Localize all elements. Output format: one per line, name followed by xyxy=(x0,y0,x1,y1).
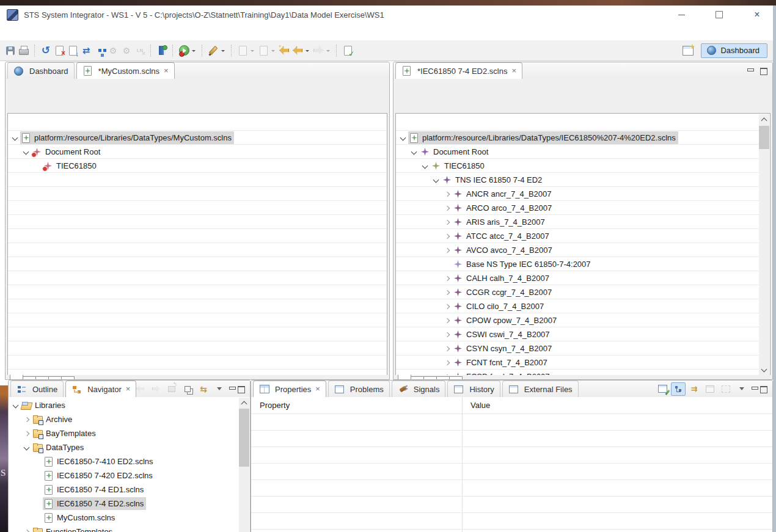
tree-item[interactable]: MyCustom.sclns xyxy=(9,511,239,525)
dashboard-perspective-button[interactable]: Dashboard xyxy=(701,43,767,58)
expander-icon[interactable] xyxy=(442,358,452,368)
expander-icon[interactable] xyxy=(442,302,452,312)
filter-icon[interactable] xyxy=(687,382,701,396)
scrollbar-thumb[interactable] xyxy=(239,409,249,467)
view-maximize-icon[interactable] xyxy=(238,386,245,392)
navigator-scrollbar[interactable] xyxy=(239,398,249,532)
expander-icon[interactable] xyxy=(10,133,20,143)
tree-item[interactable]: ARCO arco_7_4_B2007 xyxy=(396,201,760,215)
maximize-button[interactable] xyxy=(700,5,738,24)
expander-icon[interactable] xyxy=(11,401,21,410)
tree-item[interactable]: Base NS Type IEC 61850-7-4:2007 xyxy=(396,257,760,271)
back-icon[interactable] xyxy=(291,45,304,57)
tree-item[interactable]: CCGR ccgr_7_4_B2007 xyxy=(396,285,760,299)
validate-icon[interactable] xyxy=(342,45,354,57)
view-tab[interactable]: External Files xyxy=(502,381,579,397)
tree-item[interactable]: Document Root xyxy=(396,145,760,159)
expander-icon[interactable] xyxy=(22,429,32,439)
tab-close-icon[interactable]: × xyxy=(126,386,131,392)
scroll-down-icon[interactable] xyxy=(759,365,769,375)
tree-item[interactable]: FunctionTemplates xyxy=(9,525,239,532)
menu-item[interactable] xyxy=(82,31,89,34)
run-icon[interactable] xyxy=(178,45,190,57)
tree-item[interactable]: ANCR ancr_7_4_B2007 xyxy=(396,187,760,201)
expander-icon[interactable] xyxy=(431,175,441,185)
close-button[interactable]: × xyxy=(738,5,776,24)
right-editor-scrollbar[interactable] xyxy=(759,114,769,375)
tree-item[interactable]: Archive xyxy=(9,412,239,426)
expander-icon[interactable] xyxy=(33,485,43,495)
sync-model-icon[interactable] xyxy=(80,45,92,57)
collapse-icon[interactable] xyxy=(180,382,195,396)
editor-tab[interactable]: *IEC61850 7-4 ED2.sclns × xyxy=(395,62,522,79)
view-minimize-icon[interactable] xyxy=(751,386,758,392)
view-tab[interactable]: Properties × xyxy=(253,381,326,397)
expander-icon[interactable] xyxy=(442,316,452,326)
menu-item[interactable] xyxy=(9,31,15,34)
back-dropdown-icon[interactable] xyxy=(304,45,310,56)
tree-item[interactable]: TNS IEC 61850 7-4 ED2 xyxy=(396,173,760,187)
tree-item[interactable]: platform:/resource/Libraries/DataTypes/I… xyxy=(396,131,760,145)
edit-icon[interactable] xyxy=(655,382,670,396)
menu-item[interactable] xyxy=(23,31,30,34)
run-dropdown-icon[interactable] xyxy=(191,45,197,56)
menu-item[interactable] xyxy=(38,31,45,34)
view-maximize-icon[interactable] xyxy=(760,386,767,392)
menu-item[interactable] xyxy=(53,31,59,34)
menu-item[interactable] xyxy=(126,31,133,34)
expander-icon[interactable] xyxy=(33,499,43,509)
expander-icon[interactable] xyxy=(22,415,32,425)
update-dropdown-icon[interactable] xyxy=(270,45,276,56)
expander-icon[interactable] xyxy=(409,147,419,157)
tree-item[interactable]: ARIS aris_7_4_B2007 xyxy=(396,215,760,229)
tree-item[interactable]: IEC61850 7-4 ED2.sclns xyxy=(9,497,239,511)
expander-icon[interactable] xyxy=(442,330,452,340)
view-tab[interactable]: Signals xyxy=(392,381,446,397)
expander-icon[interactable] xyxy=(442,203,452,213)
scroll-up-icon[interactable] xyxy=(239,398,249,408)
tree-icon[interactable] xyxy=(671,382,686,396)
expander-icon[interactable] xyxy=(442,231,452,241)
editor-tab[interactable]: Dashboard xyxy=(7,62,75,79)
undo-icon[interactable] xyxy=(40,45,52,57)
expander-icon[interactable] xyxy=(442,246,452,255)
menu-item[interactable] xyxy=(111,31,118,34)
tree-item[interactable]: TIEC61850 xyxy=(8,159,387,173)
tree-item[interactable]: IEC61850 7-4 ED1.sclns xyxy=(9,483,239,497)
tree-item[interactable]: IEC61850-7-410 ED2.sclns xyxy=(9,454,239,468)
expander-icon[interactable] xyxy=(33,513,43,523)
expander-icon[interactable] xyxy=(21,147,31,157)
save-icon[interactable] xyxy=(4,45,16,57)
editor-page-tab[interactable] xyxy=(10,374,23,380)
menu-item[interactable] xyxy=(67,31,74,34)
view-minimize-icon[interactable] xyxy=(747,68,754,74)
pen-dropdown-icon[interactable] xyxy=(220,45,226,56)
tab-close-icon[interactable]: × xyxy=(315,386,320,392)
node-map-icon[interactable] xyxy=(93,45,106,57)
tree-item[interactable]: CSWI cswi_7_4_B2007 xyxy=(396,327,760,341)
expander-icon[interactable] xyxy=(442,288,452,297)
tree-item[interactable]: Libraries xyxy=(9,398,239,412)
expander-icon[interactable] xyxy=(442,344,452,354)
tab-close-icon[interactable]: × xyxy=(511,68,516,74)
tree-item[interactable]: BayTemplates xyxy=(9,426,239,440)
forward-dropdown-icon[interactable] xyxy=(325,45,331,56)
expander-icon[interactable] xyxy=(398,133,408,143)
open-perspective-button[interactable] xyxy=(681,44,695,57)
tree-item[interactable]: ATCC atcc_7_4_B2007 xyxy=(396,229,760,243)
back-new-icon[interactable] xyxy=(278,45,290,57)
editor-page-tab[interactable] xyxy=(398,374,411,380)
column-header-property[interactable]: Property xyxy=(251,401,462,410)
tree-item[interactable]: TIEC61850 xyxy=(396,159,760,173)
expander-icon[interactable] xyxy=(33,457,43,467)
menu-icon[interactable] xyxy=(212,382,227,396)
editor-tab[interactable]: *MyCustom.sclns × xyxy=(76,62,175,79)
view-maximize-icon[interactable] xyxy=(760,68,767,74)
expander-icon[interactable] xyxy=(442,189,452,199)
view-tab[interactable]: History xyxy=(447,381,500,397)
tree-item[interactable]: Document Root xyxy=(8,145,387,159)
scrollbar-thumb[interactable] xyxy=(759,126,769,149)
expander-icon[interactable] xyxy=(442,260,452,269)
tree-item[interactable]: IEC61850 7-420 ED2.sclns xyxy=(9,468,239,483)
view-tab[interactable]: Problems xyxy=(328,381,390,397)
